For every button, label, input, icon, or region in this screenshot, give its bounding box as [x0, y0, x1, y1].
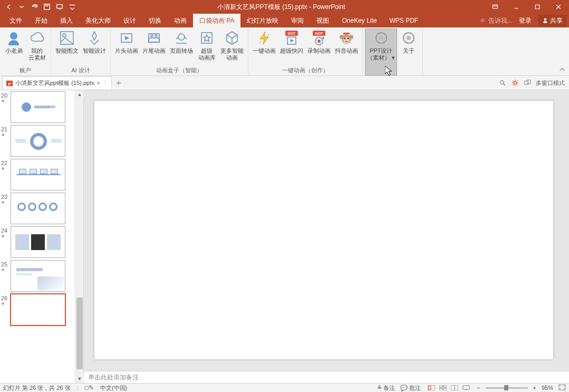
slideshow-view-icon[interactable]	[461, 384, 471, 391]
film2-icon	[146, 30, 162, 46]
thumbnail-20[interactable]: 20★单击添加标题	[1, 91, 75, 123]
present-icon[interactable]	[54, 1, 65, 13]
notes-pane[interactable]: 单击此处添加备注	[84, 371, 569, 383]
fit-window-icon[interactable]	[558, 384, 566, 391]
language-status[interactable]: 中文(中国)	[100, 384, 127, 392]
comments-toggle[interactable]: 💬 批注	[400, 384, 421, 392]
save-icon[interactable]	[41, 1, 53, 13]
menu-tab-0[interactable]: 文件	[3, 14, 28, 27]
thumbnail-21[interactable]: 21★	[1, 125, 75, 157]
ribbon-item-3-1[interactable]: HOT超级快闪	[278, 28, 305, 66]
svg-point-6	[482, 20, 483, 21]
zoom-handle[interactable]	[504, 385, 508, 390]
zoom-out-icon[interactable]: −	[477, 385, 480, 391]
ribbon-item-4-1[interactable]: 关于	[397, 28, 420, 75]
tab-menu-icon[interactable]: ⋮	[102, 80, 108, 87]
thumbnail-image[interactable]	[11, 294, 65, 326]
zoom-level[interactable]: 95%	[542, 385, 553, 391]
slide-counter[interactable]: 幻灯片 第 26 张，共 26 张	[3, 384, 71, 392]
ribbon-options-icon[interactable]	[485, 0, 506, 14]
thumbnail-25[interactable]: 25★	[1, 260, 75, 292]
menu-tab-5[interactable]: 切换	[142, 14, 168, 27]
thumbnail-image[interactable]	[11, 125, 65, 157]
thumbnail-number: 23★	[1, 193, 11, 205]
thumbnail-image[interactable]	[11, 260, 65, 292]
ribbon-item-2-3[interactable]: 超级 动画库	[195, 28, 218, 66]
thumbnail-23[interactable]: 23★	[1, 193, 75, 224]
sorter-view-icon[interactable]	[438, 384, 448, 391]
spellcheck-icon[interactable]: □✎	[85, 384, 94, 391]
thumbnail-number: 22★	[1, 159, 11, 171]
ribbon-item-0-1[interactable]: 我的 云素材	[25, 28, 49, 66]
ribbon-item-0-0[interactable]: 小老弟	[2, 28, 25, 66]
svg-rect-50	[463, 386, 469, 389]
menu-tab-4[interactable]: 设计	[117, 14, 142, 27]
zoom-slider[interactable]	[486, 387, 528, 389]
thumbnail-24[interactable]: 24★	[1, 226, 75, 258]
thumbnail-22[interactable]: 22★	[1, 159, 75, 190]
menu-tab-12[interactable]: WPS PDF	[383, 14, 425, 27]
close-tab-icon[interactable]: ×	[97, 79, 101, 87]
ribbon-item-2-2[interactable]: 页面转场	[168, 28, 195, 66]
tell-me-search[interactable]: 告诉我...	[480, 16, 513, 25]
multiwindow-label[interactable]: 多窗口模式	[536, 79, 565, 87]
ribbon-item-label: 小老弟	[5, 47, 23, 54]
maximize-icon[interactable]	[527, 0, 548, 14]
svg-rect-47	[439, 388, 442, 390]
menu-tab-7[interactable]: 口袋动画 PA	[193, 14, 240, 27]
document-tab[interactable]: P 小清新文艺风ppt模板 (15).pptx × ⋮	[2, 77, 112, 89]
minimize-icon[interactable]	[506, 0, 527, 14]
scroll-thumb[interactable]	[76, 298, 83, 369]
share-button[interactable]: 共享	[538, 15, 567, 26]
notes-toggle[interactable]: ≜ 备注	[377, 384, 395, 392]
scroll-up-icon[interactable]: ▲	[75, 90, 84, 99]
back-icon[interactable]	[3, 1, 15, 13]
normal-view-icon[interactable]	[426, 384, 437, 391]
find-icon[interactable]	[498, 78, 507, 88]
thumbnail-panel: 20★单击添加标题21★22★23★24★25★26★ ▲ ▼	[0, 90, 84, 383]
menu-tab-2[interactable]: 插入	[54, 14, 79, 27]
menu-tab-11[interactable]: OneKey Lite	[335, 14, 383, 27]
ribbon-item-3-2[interactable]: HOT录制动画	[305, 28, 333, 66]
scroll-down-icon[interactable]: ▼	[75, 375, 84, 383]
thumbnail-scrollbar[interactable]: ▲ ▼	[75, 90, 83, 383]
ribbon-item-2-1[interactable]: 片尾动画	[140, 28, 168, 66]
thumbnail-image[interactable]	[11, 226, 65, 258]
thumbnail-image[interactable]: 单击添加标题	[11, 91, 65, 123]
svg-text:P: P	[8, 81, 11, 86]
redo-icon[interactable]	[28, 1, 40, 13]
multiwindow-icon[interactable]	[523, 78, 533, 88]
ribbon-item-3-0[interactable]: 一键动画	[250, 28, 278, 66]
collapse-ribbon-icon[interactable]	[558, 66, 567, 74]
menu-tab-3[interactable]: 美化大师	[79, 14, 117, 27]
zoom-in-icon[interactable]: +	[533, 385, 536, 391]
ribbon-item-2-0[interactable]: 片头动画	[113, 28, 140, 66]
document-tabs: P 小清新文艺风ppt模板 (15).pptx × ⋮ ＋ 多窗口模式	[0, 76, 569, 90]
menu-bar: 文件开始插入美化大师设计切换动画口袋动画 PA幻灯片放映审阅视图OneKey L…	[0, 14, 569, 27]
ribbon-item-1-0[interactable]: 智能图文	[53, 28, 81, 66]
slide-canvas[interactable]	[94, 101, 553, 359]
slide-area[interactable]	[84, 90, 569, 371]
thumbnail-26[interactable]: 26★	[1, 294, 75, 326]
qat-dropdown-icon[interactable]	[16, 1, 27, 13]
menu-tab-9[interactable]: 审阅	[285, 14, 310, 27]
menu-tab-10[interactable]: 视图	[310, 14, 335, 27]
ribbon-group-1: 智能图文智能设计AI 设计	[51, 27, 111, 75]
add-tab-button[interactable]: ＋	[112, 77, 126, 89]
ribbon-item-3-3[interactable]: 抖音动画	[333, 28, 360, 66]
ribbon-item-4-0[interactable]: PPT设计 （素材） ▾	[365, 28, 397, 75]
menu-tab-6[interactable]: 动画	[168, 14, 193, 27]
ribbon-item-1-1[interactable]: 智能设计	[81, 28, 108, 66]
ribbon-item-2-4[interactable]: 更多智能 动画	[218, 28, 246, 66]
thumbnail-image[interactable]	[11, 159, 65, 190]
menu-tab-1[interactable]: 开始	[28, 14, 54, 27]
reading-view-icon[interactable]	[449, 384, 460, 391]
menu-tab-8[interactable]: 幻灯片放映	[240, 14, 285, 27]
login-button[interactable]: 登录	[519, 16, 532, 25]
settings-icon[interactable]	[510, 78, 520, 88]
qat-more-icon[interactable]	[66, 1, 78, 13]
svg-text:HOT: HOT	[315, 32, 324, 35]
thumbnail-image[interactable]	[11, 193, 65, 224]
close-icon[interactable]	[548, 0, 569, 14]
editor-scrollbar-vertical[interactable]	[560, 90, 569, 371]
